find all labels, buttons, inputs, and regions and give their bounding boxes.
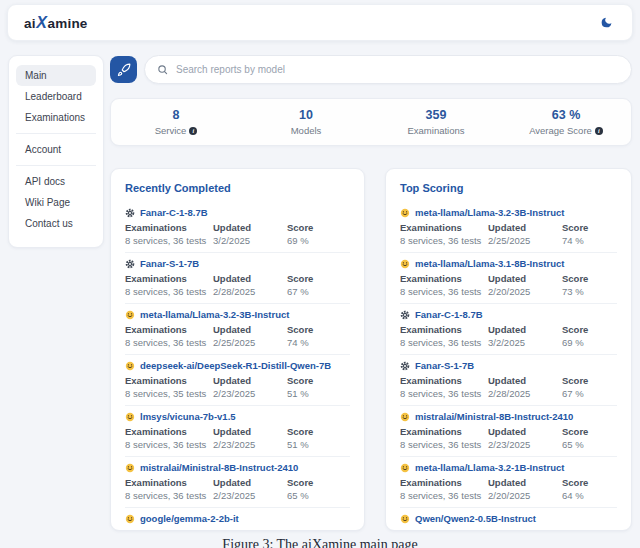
model-report-item[interactable]: lmsys/vicuna-7b-v1.5 Examinations Update… bbox=[125, 406, 350, 457]
col-score: Score bbox=[287, 528, 350, 531]
top-scoring-panel: Top Scoring meta-llama/Llama-3.2-3B-Inst… bbox=[385, 168, 632, 531]
examinations-value: 8 services, 36 tests bbox=[125, 337, 213, 348]
col-examinations: Examinations bbox=[400, 324, 488, 337]
score-value: 65 % bbox=[287, 490, 350, 501]
sidebar-item-main[interactable]: Main bbox=[16, 65, 96, 86]
col-updated: Updated bbox=[213, 375, 287, 388]
col-updated: Updated bbox=[213, 528, 287, 531]
sidebar-item-api-docs[interactable]: API docs bbox=[16, 171, 96, 192]
score-value: 67 % bbox=[562, 388, 617, 399]
col-updated: Updated bbox=[488, 426, 562, 439]
col-examinations: Examinations bbox=[400, 375, 488, 388]
app-logo[interactable]: aiXamine bbox=[24, 14, 88, 32]
col-updated: Updated bbox=[488, 528, 562, 531]
gear-icon bbox=[125, 259, 135, 269]
logo-prefix: ai bbox=[24, 16, 36, 31]
model-report-item[interactable]: mistralai/Ministral-8B-Instruct-2410 Exa… bbox=[400, 406, 617, 457]
model-name-link[interactable]: deepseek-ai/DeepSeek-R1-Distill-Qwen-7B bbox=[140, 360, 331, 371]
model-report-item[interactable]: Fanar-S-1-7B Examinations Updated Score … bbox=[125, 253, 350, 304]
col-updated: Updated bbox=[488, 477, 562, 490]
col-score: Score bbox=[562, 273, 617, 286]
rocket-icon bbox=[117, 63, 131, 77]
model-name-link[interactable]: Qwen/Qwen2-0.5B-Instruct bbox=[415, 513, 536, 524]
figure-caption: Figure 3: The aiXamine main page bbox=[0, 537, 640, 548]
huggingface-icon bbox=[125, 463, 135, 473]
model-report-item[interactable]: Fanar-S-1-7B Examinations Updated Score … bbox=[400, 355, 617, 406]
recently-completed-panel: Recently Completed Fanar-C-1-8.7B Examin… bbox=[110, 168, 365, 531]
sidebar-item-examinations[interactable]: Examinations bbox=[16, 107, 96, 128]
model-name-link[interactable]: Fanar-S-1-7B bbox=[140, 258, 199, 269]
sidebar-item-wiki-page[interactable]: Wiki Page bbox=[16, 192, 96, 213]
model-report-item[interactable]: Fanar-C-1-8.7B Examinations Updated Scor… bbox=[125, 202, 350, 253]
updated-value: 2/23/2025 bbox=[213, 439, 287, 450]
score-value: 74 % bbox=[287, 337, 350, 348]
huggingface-icon bbox=[125, 310, 135, 320]
col-score: Score bbox=[562, 324, 617, 337]
huggingface-icon bbox=[400, 208, 410, 218]
col-score: Score bbox=[562, 375, 617, 388]
model-report-item[interactable]: deepseek-ai/DeepSeek-R1-Distill-Qwen-7B … bbox=[125, 355, 350, 406]
sidebar-item-leaderboard[interactable]: Leaderboard bbox=[16, 86, 96, 107]
score-value: 74 % bbox=[562, 235, 617, 246]
model-name-link[interactable]: google/gemma-2-2b-it bbox=[140, 513, 239, 524]
updated-value: 2/23/2025 bbox=[213, 490, 287, 501]
stat-service-value: 8 bbox=[111, 108, 241, 122]
col-score: Score bbox=[562, 426, 617, 439]
model-report-item[interactable]: meta-llama/Llama-3.1-8B-Instruct Examina… bbox=[400, 253, 617, 304]
model-name-link[interactable]: meta-llama/Llama-3.1-8B-Instruct bbox=[415, 258, 564, 269]
score-value: 67 % bbox=[287, 286, 350, 297]
info-icon[interactable]: i bbox=[595, 127, 603, 135]
model-name-link[interactable]: meta-llama/Llama-3.2-3B-Instruct bbox=[415, 207, 564, 218]
updated-value: 2/20/2025 bbox=[488, 490, 562, 501]
model-name-link[interactable]: Fanar-S-1-7B bbox=[415, 360, 474, 371]
score-value: 69 % bbox=[287, 235, 350, 246]
col-examinations: Examinations bbox=[400, 222, 488, 235]
examinations-value: 8 services, 36 tests bbox=[400, 490, 488, 501]
model-report-item[interactable]: meta-llama/Llama-3.2-3B-Instruct Examina… bbox=[400, 202, 617, 253]
search-input[interactable] bbox=[176, 64, 619, 75]
model-name-link[interactable]: mistralai/Ministral-8B-Instruct-2410 bbox=[140, 462, 298, 473]
col-updated: Updated bbox=[488, 273, 562, 286]
col-updated: Updated bbox=[488, 375, 562, 388]
model-report-item[interactable]: meta-llama/Llama-3.2-3B-Instruct Examina… bbox=[125, 304, 350, 355]
model-name-link[interactable]: meta-llama/Llama-3.2-3B-Instruct bbox=[140, 309, 289, 320]
col-score: Score bbox=[287, 273, 350, 286]
model-name-link[interactable]: lmsys/vicuna-7b-v1.5 bbox=[140, 411, 236, 422]
model-report-item[interactable]: google/gemma-2-2b-it Examinations Update… bbox=[125, 508, 350, 531]
huggingface-icon bbox=[125, 361, 135, 371]
sidebar-item-contact-us[interactable]: Contact us bbox=[16, 213, 96, 234]
model-name-link[interactable]: Fanar-C-1-8.7B bbox=[140, 207, 208, 218]
model-name-link[interactable]: meta-llama/Llama-3.2-1B-Instruct bbox=[415, 462, 564, 473]
col-score: Score bbox=[287, 477, 350, 490]
stats-bar: 8 Servicei 10 Models 359 Examinations 63… bbox=[110, 98, 632, 146]
col-examinations: Examinations bbox=[125, 528, 213, 531]
updated-value: 2/28/2025 bbox=[213, 286, 287, 297]
huggingface-icon bbox=[400, 514, 410, 524]
col-examinations: Examinations bbox=[400, 426, 488, 439]
model-name-link[interactable]: mistralai/Ministral-8B-Instruct-2410 bbox=[415, 411, 573, 422]
sidebar-item-account[interactable]: Account bbox=[16, 139, 96, 160]
dark-mode-toggle[interactable] bbox=[596, 13, 616, 33]
panel-title: Top Scoring bbox=[400, 182, 617, 194]
score-value: 73 % bbox=[562, 286, 617, 297]
examinations-value: 8 services, 36 tests bbox=[400, 286, 488, 297]
col-updated: Updated bbox=[488, 222, 562, 235]
model-report-item[interactable]: Qwen/Qwen2-0.5B-Instruct Examinations Up… bbox=[400, 508, 617, 531]
model-name-link[interactable]: Fanar-C-1-8.7B bbox=[415, 309, 483, 320]
updated-value: 2/23/2025 bbox=[488, 439, 562, 450]
col-examinations: Examinations bbox=[400, 273, 488, 286]
launch-examination-button[interactable] bbox=[110, 56, 137, 83]
col-examinations: Examinations bbox=[400, 477, 488, 490]
model-report-item[interactable]: Fanar-C-1-8.7B Examinations Updated Scor… bbox=[400, 304, 617, 355]
sidebar-group-account: Account bbox=[16, 133, 96, 162]
info-icon[interactable]: i bbox=[189, 127, 197, 135]
col-examinations: Examinations bbox=[400, 528, 488, 531]
logo-x: X bbox=[36, 14, 48, 31]
updated-value: 2/20/2025 bbox=[488, 286, 562, 297]
examinations-value: 8 services, 36 tests bbox=[400, 388, 488, 399]
col-updated: Updated bbox=[213, 222, 287, 235]
model-report-item[interactable]: mistralai/Ministral-8B-Instruct-2410 Exa… bbox=[125, 457, 350, 508]
model-report-item[interactable]: meta-llama/Llama-3.2-1B-Instruct Examina… bbox=[400, 457, 617, 508]
col-examinations: Examinations bbox=[125, 324, 213, 337]
col-updated: Updated bbox=[213, 324, 287, 337]
